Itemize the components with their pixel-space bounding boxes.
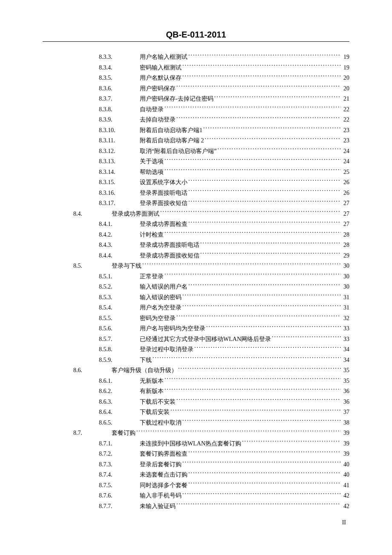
toc-leader-dots [182, 491, 341, 497]
toc-entry-title: 输入非手机号码 [140, 491, 182, 501]
toc-entry-page: 31 [342, 292, 349, 303]
document-header: QB-E-011-2011 [43, 30, 349, 40]
toc-entry-title: 用户名与密码均为空登录 [140, 324, 205, 334]
toc-entry-number: 8.6.5. [99, 418, 140, 428]
toc-leader-dots [182, 64, 341, 69]
toc-leader-dots [188, 199, 341, 205]
toc-entry: 8.3.8.自动登录22 [43, 104, 349, 115]
toc-entry-page: 19 [342, 52, 349, 63]
toc-leader-dots [182, 460, 341, 466]
toc-entry: 8.5.9.下线34 [43, 355, 349, 366]
toc-entry-number: 8.7.1. [99, 439, 140, 449]
toc-entry-number: 8.5.5. [99, 313, 140, 324]
toc-leader-dots [188, 220, 341, 226]
toc-entry-page: 33 [342, 334, 349, 345]
toc-entry-number: 8.3.12. [99, 146, 140, 157]
toc-leader-dots [153, 356, 341, 362]
toc-entry-number: 8.5.8. [99, 344, 140, 355]
toc-entry-title: 输入错误的密码 [140, 292, 182, 303]
toc-entry-title: 下线 [140, 355, 152, 366]
toc-entry-number: 8.4.3. [99, 240, 140, 251]
toc-leader-dots [194, 345, 341, 351]
toc-leader-dots [136, 429, 341, 435]
toc-entry: 8.3.3.用户名输入框测试19 [43, 52, 349, 63]
toc-entry: 8.7.6.输入非手机号码42 [43, 491, 349, 501]
toc-entry: 8.5.3.输入错误的密码31 [43, 292, 349, 303]
toc-leader-dots [188, 178, 341, 184]
toc-entry-page: 40 [342, 470, 349, 480]
toc-entry-page: 26 [342, 177, 349, 188]
toc-entry: 8.3.11.附着后自动启动客户端 223 [43, 136, 349, 146]
toc-entry-title: 用户名为空登录 [140, 303, 182, 313]
toc-entry: 8.3.9.去掉自动登录22 [43, 115, 349, 125]
toc-leader-dots [164, 387, 341, 393]
toc-entry-number: 8.5.1. [99, 272, 140, 282]
toc-leader-dots [188, 53, 341, 59]
toc-entry: 8.7.4.未选套餐点击订购40 [43, 470, 349, 480]
toc-entry: 8.3.10.附着后自动启动客户端123 [43, 125, 349, 136]
toc-entry-title: 登录成功界面测试 [112, 209, 159, 220]
toc-entry-number: 8.3.6. [99, 84, 140, 94]
toc-entry-title: 登录成功界面接听电话 [140, 240, 199, 251]
toc-entry-number: 8.6.3. [99, 397, 140, 408]
toc-entry-number: 8.5.9. [99, 355, 140, 366]
toc-leader-dots [188, 481, 341, 487]
toc-leader-dots [164, 231, 341, 237]
toc-leader-dots [176, 314, 341, 320]
toc-leader-dots [164, 105, 341, 111]
toc-entry: 8.7.套餐订购39 [43, 428, 349, 439]
toc-entry-number: 8.5.2. [99, 282, 140, 292]
toc-entry-number: 8.7.3. [99, 460, 140, 470]
toc-leader-dots [188, 189, 341, 195]
toc-entry-page: 27 [342, 219, 349, 230]
toc-entry: 8.3.12.取消“附着后自动启动客户端”24 [43, 146, 349, 157]
toc-entry-number: 8.3.8. [99, 104, 140, 115]
toc-leader-dots [200, 241, 341, 247]
toc-entry-number: 8.6.2. [99, 386, 140, 397]
toc-entry-title: 密码为空登录 [140, 313, 176, 324]
toc-entry-title: 套餐订购界面检查 [140, 449, 187, 460]
toc-entry-number: 8.3.16. [99, 188, 140, 199]
toc-leader-dots [272, 335, 341, 341]
toc-leader-dots [164, 272, 341, 278]
toc-entry-title: 无新版本 [140, 376, 164, 387]
toc-entry-page: 26 [342, 188, 349, 199]
toc-entry-page: 24 [342, 156, 349, 167]
toc-entry-number: 8.4.4. [99, 251, 140, 261]
page-number: II [342, 519, 346, 526]
toc-entry-number: 8.6.1. [99, 376, 140, 387]
toc-entry-page: 24 [342, 146, 349, 157]
toc-entry-title: 未选套餐点击订购 [140, 470, 187, 480]
toc-leader-dots [164, 157, 341, 163]
toc-entry-title: 正常登录 [140, 272, 164, 282]
toc-entry-page: 34 [342, 344, 349, 355]
toc-entry-title: 有新版本 [140, 386, 164, 397]
toc-leader-dots [178, 366, 341, 372]
toc-entry-page: 27 [342, 198, 349, 209]
toc-entry-number: 8.3.10. [99, 125, 140, 136]
toc-entry: 8.5.7.已经通过其它方式登录中国移动WLAN网络后登录33 [43, 334, 349, 345]
toc-entry-page: 37 [342, 407, 349, 418]
toc-entry-page: 35 [342, 376, 349, 387]
toc-entry: 8.5.4.用户名为空登录31 [43, 303, 349, 313]
toc-entry-number: 8.6.4. [99, 407, 140, 418]
toc-entry: 8.4.2.计时检查28 [43, 230, 349, 240]
toc-leader-dots [200, 251, 341, 257]
toc-entry-page: 39 [342, 439, 349, 449]
toc-entry-title: 用户名输入框测试 [140, 52, 187, 63]
toc-entry-number: 8.3.13. [99, 156, 140, 167]
toc-leader-dots [203, 126, 341, 132]
toc-entry: 8.3.15.设置系统字体大小26 [43, 177, 349, 188]
toc-entry-title: 用户密码保存-去掉记住密码 [140, 94, 213, 104]
toc-entry-title: 取消“附着后自动启动客户端” [140, 146, 216, 157]
toc-entry-title: 帮助选项 [140, 167, 164, 178]
toc-entry: 8.3.4.密码输入框测试19 [43, 63, 349, 73]
toc-entry-page: 38 [342, 418, 349, 428]
toc-entry-page: 21 [342, 94, 349, 104]
toc-entry-title: 附着后自动启动客户端1 [140, 125, 202, 136]
toc-entry: 8.3.7.用户密码保存-去掉记住密码21 [43, 94, 349, 104]
toc-entry-title: 计时检查 [140, 230, 164, 240]
toc-entry: 8.4.3.登录成功界面接听电话28 [43, 240, 349, 251]
toc-entry-page: 19 [342, 63, 349, 73]
toc-entry: 8.3.5.用户名默认保存20 [43, 73, 349, 84]
